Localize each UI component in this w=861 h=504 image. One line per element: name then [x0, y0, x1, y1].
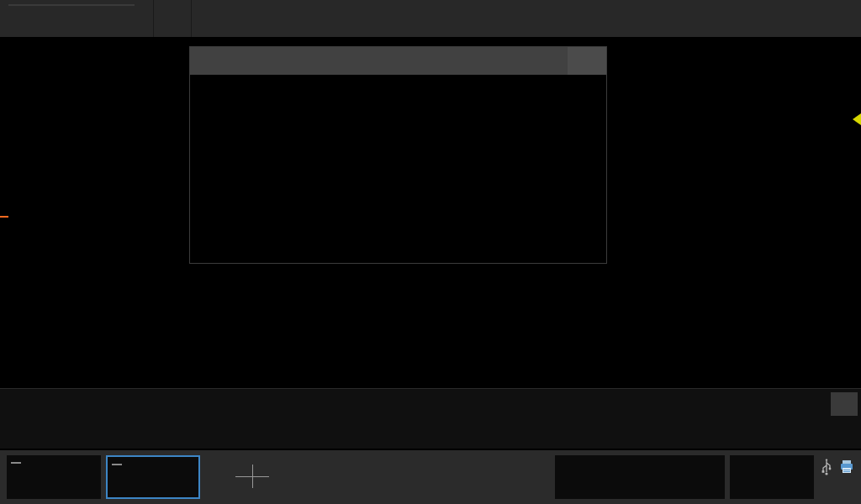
top-menu-bar: [0, 0, 861, 38]
dialog-close-icon[interactable]: [568, 47, 606, 75]
timebase-descriptor[interactable]: [555, 455, 725, 499]
oscilloscope-screen: [0, 0, 861, 504]
dialog-header: [190, 47, 606, 75]
menu-math[interactable]: [153, 0, 192, 37]
f1-badge[interactable]: [0, 216, 8, 218]
peaks-list-dialog: [189, 46, 607, 264]
c1-badge: [11, 462, 21, 464]
measurement-panel: [0, 388, 861, 449]
peaks-table-header: [190, 75, 606, 93]
bottom-status-bar: [0, 450, 861, 504]
channel-c1-descriptor[interactable]: [7, 455, 101, 499]
trigger-descriptor[interactable]: [730, 455, 814, 499]
math-f1-descriptor[interactable]: [106, 455, 200, 499]
printer-icon[interactable]: [839, 459, 854, 475]
crosshair-icon: [235, 465, 269, 488]
f1-tile-badge: [112, 464, 122, 465]
usb-icon[interactable]: [819, 459, 834, 475]
trigger-level-arrow[interactable]: [853, 113, 861, 125]
meas-close-icon[interactable]: [831, 392, 858, 416]
brand-block: [0, 0, 141, 37]
frequency-counter: [8, 4, 135, 6]
